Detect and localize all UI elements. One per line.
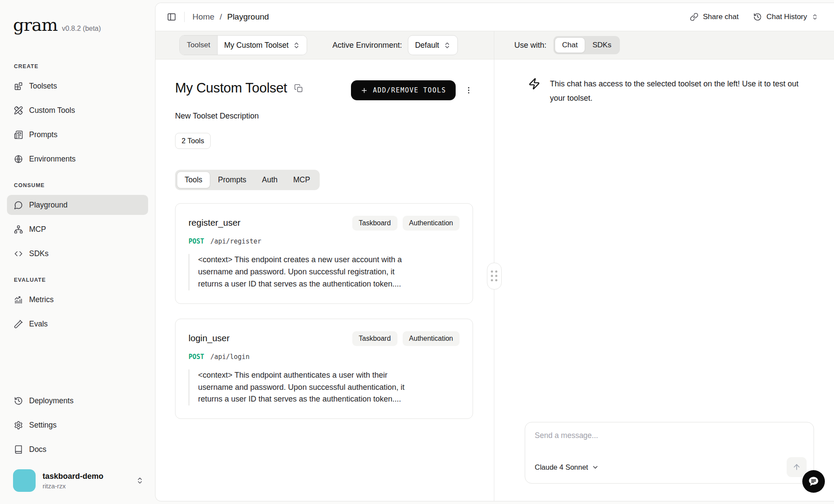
sidebar-item-sdks[interactable]: SDKs: [7, 244, 148, 264]
toolset-tabs: Tools Prompts Auth MCP: [175, 170, 320, 190]
chat-history-label: Chat History: [766, 13, 807, 21]
sidebar-item-label: MCP: [29, 225, 46, 234]
use-with-segmented-control: Chat SDKs: [553, 36, 620, 54]
breadcrumb: Home / Playground: [192, 12, 269, 22]
message-input[interactable]: [535, 431, 804, 448]
tool-card-register-user[interactable]: register_user Taskboard Authentication P…: [175, 203, 473, 304]
use-with-chat-option[interactable]: Chat: [555, 37, 585, 53]
add-remove-tools-button[interactable]: ADD/REMOVE TOOLS: [351, 80, 456, 100]
plus-icon: [361, 87, 368, 94]
tab-prompts[interactable]: Prompts: [210, 171, 254, 188]
breadcrumb-home[interactable]: Home: [192, 12, 215, 22]
sidebar-nav: CREATE Toolsets Custom Tools Prompts Env…: [0, 52, 155, 461]
workspace-switcher[interactable]: taskboard-demo ritza-rzx: [0, 461, 155, 504]
tab-auth[interactable]: Auth: [254, 171, 285, 188]
badge-taskboard: Taskboard: [352, 331, 397, 346]
sidebar-item-prompts[interactable]: Prompts: [7, 125, 148, 145]
sidebar-item-deployments[interactable]: Deployments: [7, 391, 148, 411]
topbar: Home / Playground Share chat Chat Histor…: [156, 3, 834, 31]
add-remove-tools-label: ADD/REMOVE TOOLS: [373, 86, 447, 94]
code-icon: [14, 249, 23, 258]
sidebar-item-evals[interactable]: Evals: [7, 314, 148, 334]
tool-card-login-user[interactable]: login_user Taskboard Authentication POST…: [175, 319, 473, 419]
sidebar-item-metrics[interactable]: Metrics: [7, 290, 148, 310]
support-chat-fab[interactable]: [802, 470, 825, 493]
environment-select[interactable]: Default: [408, 35, 457, 55]
tools-count-badge: 2 Tools: [175, 133, 211, 149]
gear-icon: [14, 421, 23, 430]
toolbar: Toolset My Custom Toolset Active Environ…: [156, 31, 834, 59]
toolset-select-label: Toolset: [180, 36, 218, 55]
custom-tools-icon: [14, 106, 23, 115]
share-chat-label: Share chat: [703, 13, 738, 21]
composer-bottom-row: Claude 4 Sonnet: [535, 457, 807, 477]
prompts-icon: [14, 130, 23, 139]
network-icon: [14, 225, 23, 234]
section-label-evaluate: EVALUATE: [0, 277, 155, 283]
sidebar-toggle-button[interactable]: [167, 12, 176, 22]
sidebar-item-label: SDKs: [29, 249, 49, 258]
breadcrumb-separator: /: [220, 12, 222, 22]
send-button[interactable]: [787, 457, 807, 477]
toolset-menu-button[interactable]: [464, 86, 473, 95]
sidebar-item-toolsets[interactable]: Toolsets: [7, 76, 148, 96]
sidebar: gram v0.8.2 (beta) CREATE Toolsets Custo…: [0, 0, 155, 504]
chevron-down-icon: [592, 464, 599, 471]
http-method: POST: [189, 353, 204, 361]
badge-taskboard: Taskboard: [352, 216, 397, 231]
chat-bubble-icon: [14, 201, 23, 210]
tool-endpoint: POST /api/register: [189, 237, 460, 245]
tool-description: <context> This endpoint creates a new us…: [189, 254, 408, 290]
active-environment-label: Active Environment:: [332, 41, 402, 50]
toolsets-icon: [14, 82, 23, 91]
sidebar-item-mcp[interactable]: MCP: [7, 219, 148, 239]
arrow-up-icon: [792, 463, 801, 471]
tool-description: <context> This endpoint authenticates a …: [189, 369, 408, 406]
app-version: v0.8.2 (beta): [62, 25, 101, 33]
sidebar-item-playground[interactable]: Playground: [7, 195, 148, 215]
toolset-description: New Toolset Description: [175, 112, 473, 121]
model-select[interactable]: Claude 4 Sonnet: [535, 463, 599, 471]
environment-select-value: Default: [415, 41, 439, 50]
use-with-sdks-option[interactable]: SDKs: [585, 37, 619, 53]
sidebar-item-docs[interactable]: Docs: [7, 439, 148, 459]
book-icon: [14, 445, 23, 454]
section-label-consume: CONSUME: [0, 182, 155, 188]
content-row: My Custom Toolset ADD/REMOVE TOOLS New T…: [156, 59, 834, 501]
sidebar-item-environments[interactable]: Environments: [7, 149, 148, 169]
tab-tools[interactable]: Tools: [177, 171, 210, 188]
toolset-select[interactable]: Toolset My Custom Toolset: [179, 35, 307, 55]
link-icon: [690, 13, 698, 21]
sidebar-item-label: Toolsets: [29, 82, 57, 91]
tool-badges: Taskboard Authentication: [352, 331, 460, 346]
tool-name: login_user: [189, 331, 230, 343]
logo-row: gram v0.8.2 (beta): [0, 15, 155, 35]
globe-icon: [14, 155, 23, 164]
badge-authentication: Authentication: [403, 216, 460, 231]
history-icon: [14, 396, 23, 405]
workspace-name: taskboard-demo: [43, 472, 129, 481]
copy-button[interactable]: [294, 84, 303, 93]
tool-badges: Taskboard Authentication: [352, 216, 460, 231]
tool-name: register_user: [189, 216, 241, 228]
panel-left-icon: [167, 12, 176, 22]
test-tube-icon: [14, 320, 23, 329]
share-chat-button[interactable]: Share chat: [690, 13, 738, 21]
tool-endpoint: POST /api/login: [189, 353, 460, 361]
chat-notice: This chat has access to the selected too…: [528, 77, 814, 106]
badge-authentication: Authentication: [403, 331, 460, 346]
toolbar-right: Use with: Chat SDKs: [494, 31, 834, 59]
message-composer: Claude 4 Sonnet: [525, 422, 814, 484]
chevrons-up-down-icon: [293, 42, 300, 49]
tab-mcp[interactable]: MCP: [285, 171, 318, 188]
main-panel: Home / Playground Share chat Chat Histor…: [155, 3, 834, 501]
app-logo: gram: [13, 15, 58, 35]
workspace-org: ritza-rzx: [43, 482, 129, 490]
pane-resize-handle[interactable]: [487, 263, 502, 290]
http-method: POST: [189, 237, 204, 245]
chat-history-button[interactable]: Chat History: [753, 13, 818, 21]
sidebar-item-settings[interactable]: Settings: [7, 415, 148, 435]
toolbar-left: Toolset My Custom Toolset Active Environ…: [156, 31, 494, 59]
sidebar-item-custom-tools[interactable]: Custom Tools: [7, 100, 148, 120]
breadcrumb-current: Playground: [227, 12, 269, 22]
